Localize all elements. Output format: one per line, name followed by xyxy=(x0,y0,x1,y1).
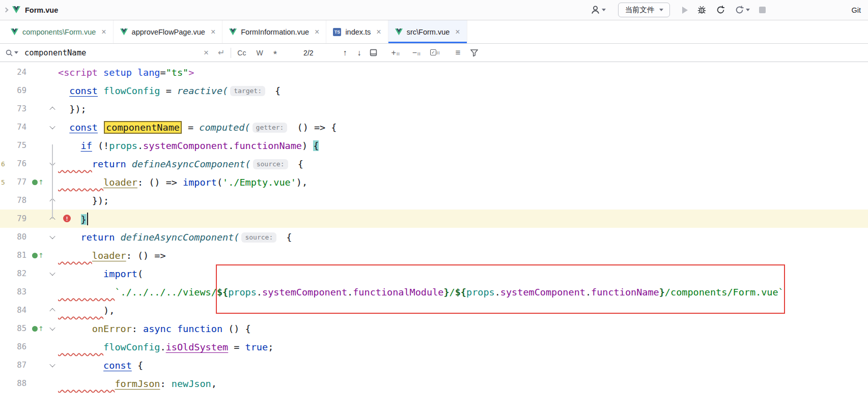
line-number: 84 xyxy=(7,306,26,315)
profile-button[interactable] xyxy=(591,5,606,15)
code-text[interactable]: onError: async function () { xyxy=(58,323,868,334)
gutter-green-icon[interactable] xyxy=(32,326,38,332)
editor-line-82: 82 import( xyxy=(0,264,868,283)
code-text[interactable]: `./../../../views/${props.systemComponen… xyxy=(58,287,868,297)
code-text[interactable]: loader: () => xyxy=(58,250,868,261)
edge-marker: 6 xyxy=(0,160,7,168)
error-icon[interactable]: ! xyxy=(63,215,71,222)
search-input[interactable]: componentName xyxy=(24,48,204,57)
line-number: 69 xyxy=(7,86,26,95)
code-editor[interactable]: 24<script setup lang="ts">69 const flowC… xyxy=(0,62,868,417)
tab-close-icon[interactable]: × xyxy=(315,27,319,37)
fold-marker-icon[interactable] xyxy=(47,308,58,312)
code-text[interactable]: ), xyxy=(58,305,868,316)
stop-button[interactable] xyxy=(759,7,766,13)
code-text[interactable]: formJson: newJson, xyxy=(58,378,868,389)
tab-label: FormInformation.vue xyxy=(241,28,309,36)
indent xyxy=(58,140,81,151)
add-occurrence-icon[interactable]: +II xyxy=(391,48,400,57)
code-token: return xyxy=(81,232,115,243)
select-all-occurrences-icon[interactable]: ✓II xyxy=(430,49,440,56)
indent xyxy=(58,269,103,279)
search-icon[interactable] xyxy=(5,49,18,57)
indent xyxy=(58,360,103,371)
code-text[interactable]: const flowConfig = reactive(target: { xyxy=(58,85,868,96)
code-text[interactable]: loader: () => import('./Empty.vue'), xyxy=(58,177,868,188)
code-token: , xyxy=(211,378,217,389)
rerun-button[interactable] xyxy=(735,5,750,15)
whole-words-toggle[interactable]: W xyxy=(256,49,263,57)
regex-toggle[interactable]: * xyxy=(273,49,277,57)
fold-marker-icon[interactable] xyxy=(47,272,58,276)
code-text[interactable]: import( xyxy=(58,269,868,279)
run-button[interactable] xyxy=(682,7,688,14)
window-title: Form.vue xyxy=(25,6,58,14)
code-text[interactable]: }); xyxy=(58,104,868,114)
editor-line-69: 69 const flowConfig = reactive(target: { xyxy=(0,81,868,100)
code-text[interactable]: return defineAsyncComponent(source: { xyxy=(58,232,868,243)
fold-marker-icon[interactable] xyxy=(47,125,58,129)
code-text[interactable]: const componentName = computed(getter: (… xyxy=(58,122,868,133)
run-config-label: 当前文件 xyxy=(625,5,654,15)
code-token: / xyxy=(450,287,455,297)
previous-match-icon[interactable]: ↑ xyxy=(343,48,347,57)
editor-line-73: 73 }); xyxy=(0,100,868,118)
edge-marker: 5 xyxy=(0,178,7,186)
code-text[interactable]: <script setup lang="ts"> xyxy=(58,67,868,78)
remove-occurrence-icon[interactable]: −II xyxy=(412,48,421,57)
code-text[interactable]: }); xyxy=(58,195,868,206)
filter-lines-icon[interactable]: ≡ xyxy=(455,48,460,58)
fold-marker-icon[interactable] xyxy=(47,363,58,367)
gutter-green-icon[interactable] xyxy=(32,253,38,258)
code-token xyxy=(172,323,177,334)
editor-line-76: 676 return defineAsyncComponent(source: … xyxy=(0,155,868,173)
git-menu[interactable]: Git xyxy=(851,6,861,14)
tab-close-icon[interactable]: × xyxy=(455,27,460,37)
tab-close-icon[interactable]: × xyxy=(211,27,215,37)
error-squiggle xyxy=(58,250,92,261)
match-count: 2/2 xyxy=(303,49,313,57)
code-text[interactable]: flowConfig.isOldSystem = true; xyxy=(58,342,868,352)
indent xyxy=(58,104,69,114)
fold-marker-icon[interactable] xyxy=(47,326,58,331)
code-token: systemComponent xyxy=(143,140,228,151)
code-text[interactable]: return defineAsyncComponent(source: { xyxy=(58,159,868,169)
next-match-icon[interactable]: ↓ xyxy=(357,48,361,57)
fold-marker-icon[interactable] xyxy=(47,235,58,239)
code-text[interactable]: const { xyxy=(58,360,868,371)
code-text[interactable]: } xyxy=(58,213,868,225)
newline-icon[interactable]: ↵ xyxy=(218,48,225,57)
run-with-coverage-button[interactable] xyxy=(716,5,725,15)
code-token: { xyxy=(269,85,281,96)
tab-label: src\Form.vue xyxy=(407,28,450,36)
code-text[interactable]: if (!props.systemComponent.functionName)… xyxy=(58,140,868,151)
code-token: ), xyxy=(296,177,307,188)
filter-icon[interactable] xyxy=(470,49,478,56)
code-token: : xyxy=(160,378,172,389)
run-config-selector[interactable]: 当前文件 xyxy=(618,3,670,17)
code-token: ) xyxy=(302,140,313,151)
gutter-green-icon[interactable] xyxy=(32,180,38,185)
code-token xyxy=(98,85,103,96)
editor-tab-index-ts[interactable]: TSindex.ts× xyxy=(326,20,388,43)
match-case-toggle[interactable]: Cc xyxy=(237,49,246,57)
open-in-find-window-icon[interactable] xyxy=(370,49,377,56)
fold-marker-icon[interactable] xyxy=(47,107,58,111)
code-token: . xyxy=(160,342,166,352)
editor-tab-forminformation-vue[interactable]: FormInformation.vue× xyxy=(222,20,326,43)
up-arrow-icon: ↑ xyxy=(38,252,44,259)
editor-tab-approveflowpage-vue[interactable]: approveFlowPage.vue× xyxy=(114,20,223,43)
debug-button[interactable] xyxy=(697,5,707,15)
tab-close-icon[interactable]: × xyxy=(101,27,106,37)
line-number: 73 xyxy=(7,104,26,113)
clear-search-icon[interactable]: × xyxy=(204,48,209,58)
tab-close-icon[interactable]: × xyxy=(376,27,381,37)
inlay-hint: target: xyxy=(230,86,265,96)
code-token: ( xyxy=(217,177,222,188)
inlay-hint: getter: xyxy=(253,123,288,133)
typescript-file-icon: TS xyxy=(333,28,341,36)
editor-tab-components-form-vue[interactable]: components\Form.vue× xyxy=(4,20,114,43)
editor-tab-src-form-vue[interactable]: src\Form.vue× xyxy=(388,20,467,43)
code-token: if xyxy=(81,140,92,151)
code-token: ), xyxy=(103,305,115,316)
